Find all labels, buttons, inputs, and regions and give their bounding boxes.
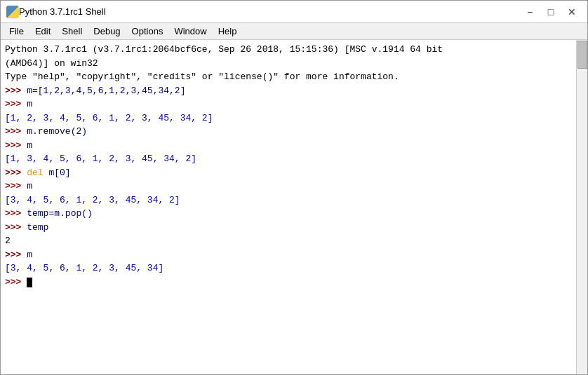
window-title: Python 3.7.1rc1 Shell xyxy=(19,6,520,17)
menu-item-options[interactable]: Options xyxy=(126,25,169,38)
line-7: >>> del m[0] xyxy=(5,166,572,180)
menu-item-help[interactable]: Help xyxy=(213,25,243,38)
line-10: >>> temp=m.pop() xyxy=(5,207,572,221)
line-12: 2 xyxy=(5,234,572,248)
line-14: [3, 4, 5, 6, 1, 2, 3, 45, 34] xyxy=(5,261,572,275)
cursor xyxy=(27,278,32,287)
header-line-3: Type "help", "copyright", "credits" or "… xyxy=(5,70,572,84)
line-9: [3, 4, 5, 6, 1, 2, 3, 45, 34, 2] xyxy=(5,193,572,207)
line-5: >>> m xyxy=(5,139,572,153)
line-1: >>> m=[1,2,3,4,5,6,1,2,3,45,34,2] xyxy=(5,84,572,98)
menu-bar: FileEditShellDebugOptionsWindowHelp xyxy=(1,23,587,40)
menu-item-debug[interactable]: Debug xyxy=(88,25,126,38)
line-11: >>> temp xyxy=(5,221,572,235)
header-line-1: Python 3.7.1rc1 (v3.7.1rc1:2064bcf6ce, S… xyxy=(5,43,572,57)
window-controls: − □ ✕ xyxy=(520,4,582,20)
header-line-2: (AMD64)] on win32 xyxy=(5,57,572,71)
scrollbar-thumb[interactable] xyxy=(577,41,587,69)
line-15: >>> xyxy=(5,275,572,289)
app-icon xyxy=(6,6,19,18)
line-6: [1, 3, 4, 5, 6, 1, 2, 3, 45, 34, 2] xyxy=(5,152,572,166)
menu-item-shell[interactable]: Shell xyxy=(56,25,88,38)
window: Python 3.7.1rc1 Shell − □ ✕ FileEditShel… xyxy=(0,0,588,375)
close-button[interactable]: ✕ xyxy=(562,4,582,20)
shell-content[interactable]: Python 3.7.1rc1 (v3.7.1rc1:2064bcf6ce, S… xyxy=(1,40,587,374)
line-13: >>> m xyxy=(5,248,572,262)
scrollbar[interactable] xyxy=(576,40,587,374)
line-8: >>> m xyxy=(5,179,572,193)
maximize-button[interactable]: □ xyxy=(541,4,561,20)
menu-item-edit[interactable]: Edit xyxy=(29,25,56,38)
shell-inner: Python 3.7.1rc1 (v3.7.1rc1:2064bcf6ce, S… xyxy=(5,43,572,289)
menu-item-window[interactable]: Window xyxy=(168,25,212,38)
menu-item-file[interactable]: File xyxy=(4,25,29,38)
line-2: >>> m xyxy=(5,97,572,111)
line-3: [1, 2, 3, 4, 5, 6, 1, 2, 3, 45, 34, 2] xyxy=(5,111,572,125)
line-4: >>> m.remove(2) xyxy=(5,125,572,139)
title-bar: Python 3.7.1rc1 Shell − □ ✕ xyxy=(1,1,587,23)
minimize-button[interactable]: − xyxy=(520,4,540,20)
